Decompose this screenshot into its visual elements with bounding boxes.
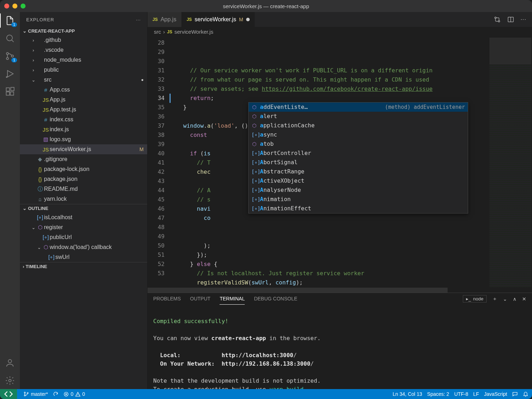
code-line[interactable]: co bbox=[170, 214, 489, 223]
source-control-icon[interactable]: 1 bbox=[5, 51, 15, 61]
split-editor-icon[interactable] bbox=[507, 16, 514, 23]
code-line[interactable] bbox=[170, 223, 489, 232]
intellisense-item[interactable]: [∘]AbortSignal bbox=[249, 158, 468, 167]
code-line[interactable]: // from what our page is served on. This… bbox=[170, 75, 489, 84]
zoom-window-icon[interactable] bbox=[21, 4, 26, 9]
suggestion-label: atob bbox=[260, 139, 274, 149]
intellisense-item[interactable]: [∘]AnalyserNode bbox=[249, 185, 468, 195]
intellisense-popup[interactable]: ⬡addEventListe…(method) addEventListener… bbox=[248, 102, 468, 214]
line-number: 39 bbox=[148, 140, 165, 149]
intellisense-item[interactable]: ⬡applicationCache bbox=[249, 121, 468, 130]
code-area[interactable]: // Our service worker won't work if PUBL… bbox=[170, 37, 489, 288]
editor-tab[interactable]: JSserviceWorker.jsM bbox=[182, 12, 255, 27]
file-item[interactable]: ⩍yarn.lock bbox=[20, 194, 147, 204]
code-line[interactable]: ); bbox=[170, 241, 489, 250]
code-line[interactable]: // Is not localhost. Just register servi… bbox=[170, 269, 489, 278]
file-item[interactable]: {}package-lock.json bbox=[20, 164, 147, 174]
run-debug-icon[interactable] bbox=[5, 69, 15, 79]
code-line[interactable]: return; bbox=[170, 94, 489, 103]
editor-more-icon[interactable]: ··· bbox=[521, 16, 526, 23]
problems-status[interactable]: 0 0 bbox=[63, 391, 85, 397]
panel-tab[interactable]: DEBUG CONSOLE bbox=[254, 293, 297, 305]
terminal-shell-select[interactable]: ▸_ node bbox=[463, 295, 487, 303]
intellisense-item[interactable]: [∘]ActiveXObject bbox=[249, 176, 468, 185]
settings-gear-icon[interactable] bbox=[5, 376, 15, 386]
git-branch-status[interactable]: master* bbox=[23, 391, 48, 397]
compare-changes-icon[interactable] bbox=[494, 16, 501, 23]
intellisense-item[interactable]: [∘]async bbox=[249, 130, 468, 139]
code-line[interactable]: registerValidSW(swUrl, config); bbox=[170, 278, 489, 287]
panel-tab[interactable]: OUTPUT bbox=[190, 293, 211, 305]
breadcrumb-segment[interactable]: serviceWorker.js bbox=[174, 29, 214, 35]
file-item[interactable]: #index.css bbox=[20, 115, 147, 124]
folder-item[interactable]: ›.github bbox=[20, 35, 147, 45]
file-item[interactable]: JSApp.js bbox=[20, 95, 147, 105]
file-item[interactable]: ⓘREADME.md bbox=[20, 184, 147, 194]
outline-item[interactable]: ⌄⬡window.a('load') callback bbox=[20, 242, 147, 252]
intellisense-item[interactable]: ⬡atob bbox=[249, 139, 468, 149]
search-icon[interactable] bbox=[5, 33, 15, 43]
explorer-icon[interactable]: 1 bbox=[5, 16, 15, 26]
code-line[interactable]: }); bbox=[170, 250, 489, 260]
file-item[interactable]: {}package.json bbox=[20, 174, 147, 184]
close-window-icon[interactable] bbox=[4, 4, 9, 9]
breadcrumb-segment[interactable]: src bbox=[154, 29, 161, 35]
code-line[interactable]: } else { bbox=[170, 260, 489, 269]
folder-item[interactable]: ›public bbox=[20, 65, 147, 75]
terminal-dropdown-icon[interactable]: ⌄ bbox=[503, 296, 507, 302]
panel-tab[interactable]: PROBLEMS bbox=[153, 293, 181, 305]
accounts-icon[interactable] bbox=[5, 358, 15, 368]
file-item[interactable]: ◆.gitignore bbox=[20, 154, 147, 164]
outline-item[interactable]: [∘]isLocalhost bbox=[20, 212, 147, 222]
minimap[interactable] bbox=[489, 37, 532, 288]
folder-item[interactable]: ›node_modules bbox=[20, 55, 147, 65]
outline-item[interactable]: [∘]swUrl bbox=[20, 252, 147, 262]
code-line[interactable]: // serve assets; see https://github.com/… bbox=[170, 84, 489, 94]
outline-section-header[interactable]: ⌄ OUTLINE bbox=[20, 204, 147, 212]
feedback-icon[interactable] bbox=[512, 391, 518, 397]
file-item[interactable]: JSindex.js bbox=[20, 124, 147, 134]
cursor-position[interactable]: Ln 34, Col 13 bbox=[393, 391, 422, 397]
outline-item[interactable]: ⌄⬡register bbox=[20, 222, 147, 232]
indentation-status[interactable]: Spaces: 2 bbox=[427, 391, 449, 397]
tree-item-label: package.json bbox=[44, 176, 77, 182]
close-panel-icon[interactable]: ✕ bbox=[522, 296, 526, 302]
language-mode[interactable]: JavaScript bbox=[484, 391, 507, 397]
remote-indicator[interactable] bbox=[0, 389, 17, 399]
minimap-slider[interactable] bbox=[489, 38, 531, 65]
file-item[interactable]: JSserviceWorker.jsM bbox=[20, 144, 147, 154]
folder-item[interactable]: ⌄src● bbox=[20, 75, 147, 85]
sync-status[interactable] bbox=[53, 391, 59, 397]
encoding-status[interactable]: UTF-8 bbox=[454, 391, 469, 397]
breadcrumb[interactable]: src › JS serviceWorker.js bbox=[148, 27, 532, 37]
intellisense-item[interactable]: ⬡addEventListe…(method) addEventListener bbox=[249, 102, 468, 112]
title-bar: serviceWorker.js — create-react-app bbox=[0, 0, 532, 12]
notifications-icon[interactable] bbox=[523, 391, 528, 397]
horizontal-scrollbar[interactable] bbox=[148, 288, 532, 293]
maximize-panel-icon[interactable]: ∧ bbox=[513, 296, 516, 302]
code-line[interactable]: } bbox=[170, 287, 489, 288]
eol-status[interactable]: LF bbox=[473, 391, 479, 397]
folder-section-header[interactable]: ⌄ CREATE-REACT-APP bbox=[20, 27, 147, 35]
code-line[interactable]: // Our service worker won't work if PUBL… bbox=[170, 66, 489, 75]
intellisense-item[interactable]: [∘]AbstractRange bbox=[249, 167, 468, 176]
new-terminal-icon[interactable]: ＋ bbox=[492, 296, 497, 302]
intellisense-item[interactable]: [∘]AbortController bbox=[249, 149, 468, 158]
folder-item[interactable]: ›.vscode bbox=[20, 45, 147, 55]
intellisense-item[interactable]: ⬡alert bbox=[249, 112, 468, 121]
sidebar-more-icon[interactable]: ··· bbox=[136, 17, 141, 22]
minimize-window-icon[interactable] bbox=[12, 4, 17, 9]
panel-tab[interactable]: TERMINAL bbox=[220, 293, 245, 305]
intellisense-item[interactable]: [∘]AnimationEffect bbox=[249, 204, 468, 213]
extensions-icon[interactable] bbox=[5, 87, 15, 96]
file-item[interactable]: ▧logo.svg bbox=[20, 134, 147, 144]
intellisense-item[interactable]: [∘]Animation bbox=[249, 195, 468, 204]
timeline-section-header[interactable]: › TIMELINE bbox=[20, 262, 147, 271]
outline-item[interactable]: [∘]publicUrl bbox=[20, 232, 147, 242]
code-line[interactable] bbox=[170, 232, 489, 241]
file-item[interactable]: #App.css bbox=[20, 85, 147, 95]
terminal-output[interactable]: Compiled successfully! You can now view … bbox=[148, 305, 532, 399]
editor-tab[interactable]: JSApp.js bbox=[148, 12, 182, 27]
editor[interactable]: 2829303132333435363738394041424344454647… bbox=[148, 37, 532, 288]
file-item[interactable]: JSApp.test.js bbox=[20, 105, 147, 115]
